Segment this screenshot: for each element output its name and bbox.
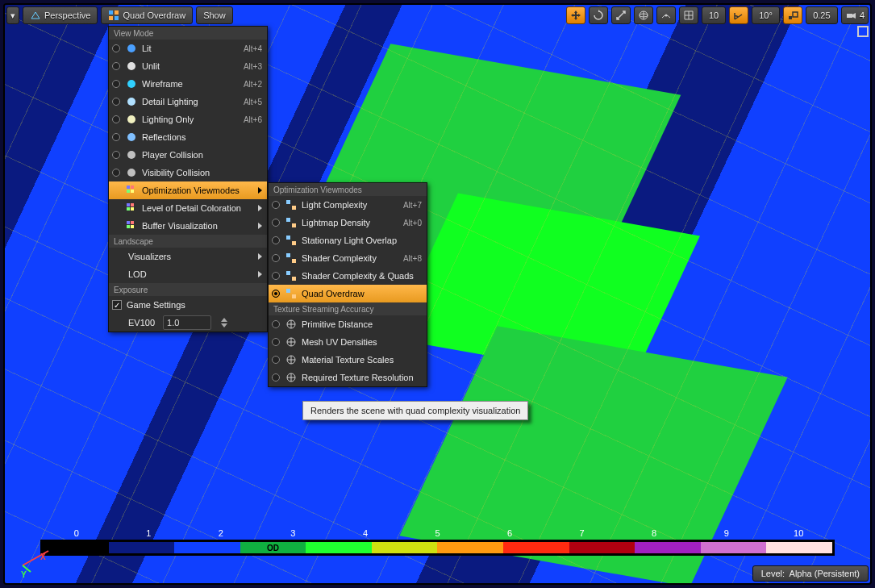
- svg-rect-29: [131, 207, 134, 211]
- axis-x-label: X: [40, 553, 46, 561]
- globe-icon: [285, 319, 297, 331]
- grid-snap-button[interactable]: [679, 6, 698, 24]
- scale-snap-icon: [787, 10, 798, 21]
- ev100-input[interactable]: [163, 315, 211, 330]
- perspective-button[interactable]: Perspective: [23, 6, 98, 24]
- perspective-icon: [30, 10, 41, 21]
- radio-icon: [112, 98, 120, 106]
- angle-snap-button[interactable]: [729, 6, 748, 24]
- viewmode-item-label: Wireframe: [142, 79, 239, 89]
- svg-rect-23: [131, 186, 134, 189]
- scale-snap-button[interactable]: [783, 6, 802, 24]
- chevron-right-icon: [258, 253, 262, 260]
- legend-swatch: [503, 542, 569, 553]
- svg-point-9: [665, 15, 667, 17]
- opt-item-shortcut: Alt+0: [403, 219, 422, 227]
- transform-tool-button[interactable]: [566, 6, 585, 24]
- svg-rect-25: [131, 190, 134, 193]
- opt-item-shortcut: Alt+7: [403, 201, 422, 210]
- svg-marker-0: [31, 12, 40, 19]
- viewmode-item[interactable]: Visibility Collision: [109, 164, 267, 181]
- legend-tick: 5: [402, 528, 474, 538]
- opt-item-icon: [285, 217, 297, 229]
- optimization-item[interactable]: Shader Complexity Alt+8: [269, 249, 427, 267]
- texture-accuracy-item[interactable]: Primitive Distance: [269, 315, 427, 333]
- submenu-label: Optimization Viewmodes: [142, 186, 253, 195]
- chevron-right-icon: [258, 205, 262, 211]
- landscape-submenu-item[interactable]: Visualizers: [109, 248, 267, 265]
- svg-rect-24: [127, 190, 130, 193]
- radio-icon: [112, 62, 120, 70]
- opt-item-icon: [285, 199, 297, 211]
- texture-accuracy-item[interactable]: Mesh UV Densities: [269, 333, 427, 351]
- show-button[interactable]: Show: [196, 6, 233, 24]
- viewmode-item-icon: [125, 43, 137, 55]
- texture-accuracy-item[interactable]: Material Texture Scales: [269, 351, 427, 369]
- svg-point-20: [127, 151, 135, 159]
- grid-snap-value[interactable]: 10: [702, 6, 726, 24]
- opt-item-label: Lightmap Density: [302, 218, 398, 227]
- viewmode-submenu-item[interactable]: Buffer Visualization: [109, 217, 267, 235]
- legend-swatch: [174, 542, 240, 553]
- legend-tick: 10: [762, 528, 835, 538]
- legend-swatch: [569, 542, 635, 553]
- texture-accuracy-item[interactable]: Required Texture Resolution: [269, 369, 427, 386]
- viewport-options-dropdown[interactable]: ▾: [6, 6, 19, 24]
- viewmode-item[interactable]: Lit Alt+4: [109, 40, 267, 57]
- scale-icon: [615, 10, 627, 21]
- rotate-tool-button[interactable]: [589, 6, 608, 24]
- svg-rect-33: [131, 225, 134, 228]
- camera-speed-button[interactable]: 4: [841, 6, 869, 24]
- viewmode-item-icon: [125, 131, 137, 144]
- optimization-item[interactable]: Light Complexity Alt+7: [269, 196, 427, 214]
- svg-rect-12: [847, 14, 852, 18]
- svg-point-21: [127, 169, 135, 177]
- perspective-label: Perspective: [44, 10, 90, 20]
- svg-rect-22: [127, 186, 130, 189]
- game-settings-checkbox-row[interactable]: ✓ Game Settings: [109, 296, 267, 314]
- radio-icon: [112, 44, 120, 52]
- legend-swatch: [109, 542, 175, 553]
- viewmode-submenu-item[interactable]: Optimization Viewmodes: [109, 181, 267, 199]
- svg-rect-43: [292, 277, 296, 281]
- maximize-viewport-button[interactable]: [857, 26, 869, 37]
- viewmode-item[interactable]: Wireframe Alt+2: [109, 75, 267, 93]
- viewmode-item-shortcut: Alt+3: [244, 62, 262, 71]
- coord-space-button[interactable]: [634, 6, 653, 24]
- viewmode-item[interactable]: Unlit Alt+3: [109, 57, 267, 75]
- viewmode-item-icon: [125, 167, 137, 179]
- angle-snap-value[interactable]: 10°: [752, 6, 780, 24]
- checkbox-icon: ✓: [112, 300, 122, 310]
- globe-icon: [285, 372, 297, 384]
- legend-swatch: [635, 542, 701, 553]
- ev100-spinner[interactable]: [221, 318, 227, 327]
- optimization-item[interactable]: Quad Overdraw: [269, 285, 427, 302]
- radio-icon: [112, 169, 120, 177]
- landscape-submenu-item[interactable]: LOD: [109, 265, 267, 283]
- svg-rect-28: [127, 207, 130, 211]
- radio-icon: [272, 219, 280, 227]
- viewmode-item-icon: [125, 96, 137, 108]
- optimization-item[interactable]: Lightmap Density Alt+0: [269, 214, 427, 231]
- viewmode-item[interactable]: Lighting Only Alt+6: [109, 111, 267, 128]
- svg-rect-35: [292, 206, 296, 210]
- scale-tool-button[interactable]: [611, 6, 631, 24]
- legend-bar: OD: [40, 540, 835, 556]
- viewmode-item[interactable]: Player Collision: [109, 146, 267, 164]
- viewmode-submenu-item[interactable]: Level of Detail Coloration: [109, 199, 267, 217]
- chevron-right-icon: [258, 187, 262, 194]
- optimization-item[interactable]: Shader Complexity & Quads: [269, 267, 427, 285]
- level-status-name: Alpha (Persistent): [790, 569, 860, 578]
- level-status[interactable]: Level: Alpha (Persistent): [752, 565, 869, 582]
- viewmode-button[interactable]: Quad Overdraw: [101, 6, 193, 24]
- scale-snap-value[interactable]: 0.25: [806, 6, 838, 24]
- radio-icon: [272, 356, 280, 364]
- viewmode-item[interactable]: Detail Lighting Alt+5: [109, 93, 267, 111]
- viewmode-item[interactable]: Reflections: [109, 128, 267, 146]
- level-status-prefix: Level:: [761, 569, 785, 578]
- viewmode-item-shortcut: Alt+5: [244, 98, 262, 106]
- optimization-item[interactable]: Stationary Light Overlap: [269, 231, 427, 249]
- viewmode-item-shortcut: Alt+2: [244, 80, 262, 89]
- surface-snap-button[interactable]: [656, 6, 676, 24]
- tex-item-label: Required Texture Resolution: [302, 373, 422, 382]
